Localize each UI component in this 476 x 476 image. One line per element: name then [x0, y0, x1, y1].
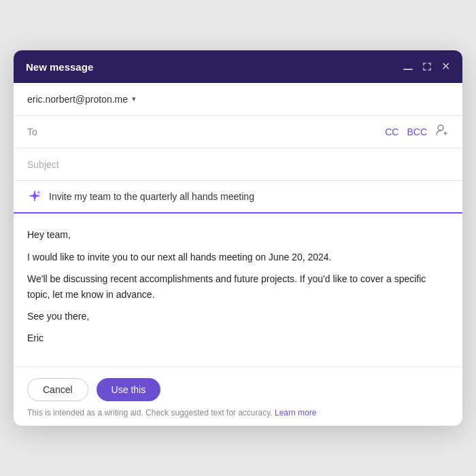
from-value[interactable]: eric.norbert@proton.me ▾ — [27, 94, 136, 105]
from-row: eric.norbert@proton.me ▾ — [14, 83, 462, 116]
minimize-icon[interactable] — [403, 63, 413, 70]
ai-sparkle-icon — [27, 189, 42, 204]
email-line-2: I would like to invite you to our next a… — [27, 250, 449, 265]
cc-button[interactable]: CC — [385, 126, 398, 137]
subject-placeholder: Subject — [27, 159, 59, 170]
email-line-1: Hey team, — [27, 227, 449, 242]
to-actions: CC BCC — [385, 123, 449, 140]
use-this-button[interactable]: Use this — [97, 378, 161, 401]
learn-more-link[interactable]: Learn more — [275, 408, 316, 418]
modal-header: New message ✕ — [14, 50, 462, 83]
footer-buttons: Cancel Use this — [27, 378, 449, 401]
ai-prompt-text: Invite my team to the quarterly all hand… — [49, 191, 254, 202]
expand-icon[interactable] — [422, 62, 432, 71]
ai-prompt-row: Invite my team to the quarterly all hand… — [14, 181, 462, 214]
footer-note-text: This is intended as a writing aid. Check… — [27, 408, 273, 418]
modal-title: New message — [26, 61, 93, 73]
from-dropdown-arrow[interactable]: ▾ — [132, 95, 136, 103]
footer-note: This is intended as a writing aid. Check… — [27, 408, 449, 418]
header-controls: ✕ — [403, 61, 450, 72]
email-line-4: See you there, — [27, 309, 449, 324]
cancel-button[interactable]: Cancel — [27, 378, 88, 401]
bcc-button[interactable]: BCC — [407, 126, 427, 137]
to-label: To — [27, 126, 52, 137]
subject-row[interactable]: Subject — [14, 148, 462, 181]
from-email: eric.norbert@proton.me — [27, 94, 128, 105]
close-icon[interactable]: ✕ — [441, 61, 450, 72]
svg-point-1 — [438, 125, 443, 131]
email-line-3: We'll be discussing recent accomplishmen… — [27, 271, 449, 302]
email-body: Hey team, I would like to invite you to … — [14, 214, 462, 366]
modal-footer: Cancel Use this This is intended as a wr… — [14, 367, 462, 426]
add-contact-icon[interactable] — [435, 123, 449, 140]
to-row: To CC BCC — [14, 116, 462, 148]
email-line-5: Eric — [27, 330, 449, 345]
new-message-modal: New message ✕ eric.norbert@proton.me ▾ T… — [14, 50, 462, 425]
